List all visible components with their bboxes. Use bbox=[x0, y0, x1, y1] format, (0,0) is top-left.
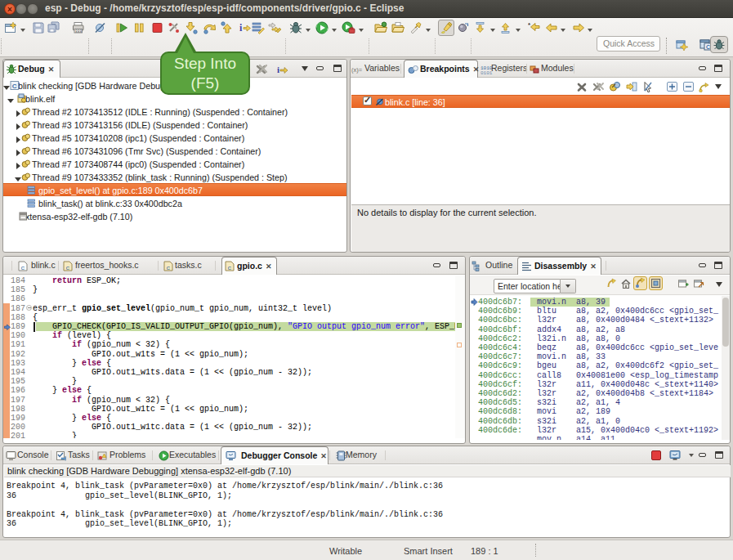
svg-text:888: 888 bbox=[75, 29, 82, 34]
svg-text:c: c bbox=[66, 264, 70, 271]
svg-text:(x)=: (x)= bbox=[351, 66, 363, 74]
svg-text:*: * bbox=[528, 21, 531, 29]
svg-text:c: c bbox=[228, 264, 232, 271]
svg-text:i: i bbox=[239, 22, 243, 34]
svg-text:c: c bbox=[21, 264, 25, 271]
svg-text:i: i bbox=[277, 65, 279, 74]
svg-text:c: c bbox=[167, 264, 171, 271]
svg-text:0101: 0101 bbox=[480, 70, 493, 75]
svg-text:C: C bbox=[12, 83, 17, 90]
